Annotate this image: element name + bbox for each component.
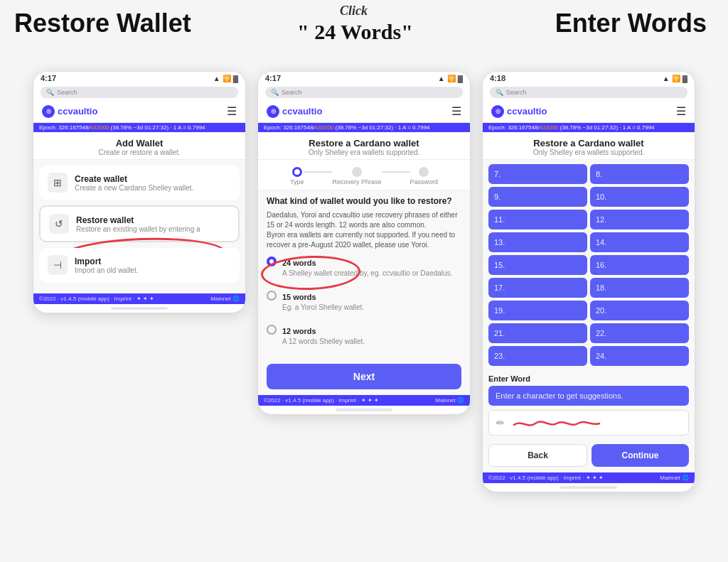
phone-1: 4:17 ▲ 🛜 ▓ 🔍 Search ◎ ccvaultio [33,71,246,313]
word-cell-14[interactable]: 14. [590,232,689,252]
mainnet-badge-3: Mainnet 🌐 [660,475,689,481]
app-header-3: ◎ ccvaultio ☰ [483,100,695,123]
page-title-1: Add Wallet [42,138,237,148]
word-cell-16[interactable]: 16. [590,255,689,275]
restore-wallet-title: Restore wallet [76,215,200,225]
label-24words: " 24 Words" [297,20,413,44]
word-cell-15[interactable]: 15. [488,255,587,275]
word-num-20: 20. [596,306,606,315]
word-cell-22[interactable]: 22. [590,323,689,343]
restore-description: Daedalus, Yoroi and ccvaultio use recove… [267,210,461,250]
logo-icon-3: ◎ [491,105,504,118]
next-button[interactable]: Next [267,364,461,389]
app-header-1: ◎ ccvaultio ☰ [33,100,245,123]
phone-2: 4:17 ▲ 🛜 ▓ 🔍 Search ◎ ccvaultio ☰ [257,71,471,415]
word-cell-17[interactable]: 17. [488,278,587,298]
search-icon-2: 🔍 [271,89,279,96]
logo-icon-1: ◎ [42,105,55,118]
continue-button[interactable]: Continue [592,444,689,467]
battery-icon-3: ▓ [682,75,687,82]
word-cell-23[interactable]: 23. [488,346,587,366]
step-label-password: Password [410,178,439,185]
radio-12words[interactable]: 12 words A 12 words Shelley wallet. [267,324,461,352]
search-bar-2[interactable]: 🔍 Search [258,85,470,100]
import-wallet-icon: ⊣ [48,255,68,275]
word-num-12: 12. [596,215,606,224]
import-wallet-option[interactable]: ⊣ Import Import an old wallet. [39,248,240,282]
radio-24words[interactable]: 24 words A Shelley wallet created by, eg… [267,256,461,284]
footer-1: ©2022 · v1.4.5 (mobile app) · Imprint · … [33,293,245,304]
search-placeholder-3: Search [506,89,527,96]
page-subtitle-1: Create or restore a wallet. [42,148,237,156]
word-cell-9[interactable]: 9. [488,187,587,207]
step-recovery: Recovery Phrase [332,167,381,185]
radio-15words-text: 15 words Eg. a Yoroi Shelley wallet. [282,290,364,318]
enter-word-label: Enter Word [488,374,689,383]
radio-24words-label: 24 words [282,259,316,267]
restore-wallet-option[interactable]: ↺ Restore wallet Restore an existing wal… [39,205,240,242]
word-cell-21[interactable]: 21. [488,323,587,343]
hamburger-menu-3[interactable]: ☰ [676,104,686,118]
word-cell-10[interactable]: 10. [590,187,689,207]
word-num-8: 8. [596,170,602,178]
wallet-options: ⊞ Create wallet Create a new Cardano She… [33,160,245,293]
search-bar-3[interactable]: 🔍 Search [483,85,695,100]
status-icons-1: ▲ 🛜 ▓ [213,75,238,82]
pencil-icon: ✏ [496,417,505,428]
word-suggestion-input[interactable]: Enter a character to get suggestions. [488,386,689,406]
word-num-22: 22. [596,329,606,337]
epoch-bar-3: Epoch: 326:167548/432000 (38.78% ~3d 01:… [483,123,695,132]
page-title-area-1: Add Wallet Create or restore a wallet. [33,132,245,160]
label-restore: Restore Wallet [14,9,191,38]
create-wallet-option[interactable]: ⊞ Create wallet Create a new Cardano She… [39,166,240,200]
import-wallet-title: Import [75,256,139,266]
word-num-23: 23. [494,352,505,360]
word-cell-20[interactable]: 20. [590,301,689,320]
page-title-area-3: Restore a Cardano wallet Only Shelley er… [483,132,695,160]
radio-12words-label: 12 words [282,327,316,335]
search-placeholder-1: Search [57,89,77,96]
radio-12words-desc: A 12 words Shelley wallet. [282,337,365,347]
word-num-11: 11. [494,215,505,224]
word-num-7: 7. [494,170,500,178]
search-bar-1[interactable]: 🔍 Search [33,85,245,100]
phones-container: 4:17 ▲ 🛜 ▓ 🔍 Search ◎ ccvaultio [33,71,695,492]
radio-15words-label: 15 words [282,293,316,301]
back-button[interactable]: Back [488,444,587,467]
word-cell-18[interactable]: 18. [590,278,689,298]
label-enter: Enter Words [555,9,707,38]
radio-12words-text: 12 words A 12 words Shelley wallet. [282,324,365,352]
restore-content: What kind of wallet would you like to re… [258,190,470,395]
word-cell-8[interactable]: 8. [590,164,689,184]
hamburger-menu-2[interactable]: ☰ [451,104,461,118]
wifi-icon-3: 🛜 [672,75,680,82]
word-cell-7[interactable]: 7. [488,164,587,184]
step-line-2 [382,171,410,173]
import-wallet-desc: Import an old wallet. [75,266,139,274]
footer-3: ©2022 · v1.4.5 (mobile app) · Imprint · … [483,472,695,483]
word-num-18: 18. [596,283,606,292]
word-cell-19[interactable]: 19. [488,301,587,320]
word-cell-12[interactable]: 12. [590,210,689,229]
step-circle-type [292,167,302,177]
footer-text-3: ©2022 · v1.4.5 (mobile app) · Imprint · … [488,475,604,481]
word-cell-13[interactable]: 13. [488,232,587,252]
word-num-9: 9. [494,193,500,201]
battery-icon-2: ▓ [458,75,463,82]
logo-2: ◎ ccvaultio [267,105,322,118]
word-cell-24[interactable]: 24. [590,346,689,366]
mainnet-badge-2: Mainnet 🌐 [435,397,464,404]
radio-15words[interactable]: 15 words Eg. a Yoroi Shelley wallet. [267,290,461,318]
word-type-area[interactable]: ✏ [488,410,689,436]
search-icon-3: 🔍 [496,89,503,96]
footer-text-2: ©2022 · v1.4.5 (mobile app) · Imprint · … [264,397,379,404]
mainnet-badge-1: Mainnet 🌐 [210,296,240,302]
word-cell-11[interactable]: 11. [488,210,587,229]
battery-icon-1: ▓ [233,75,238,82]
page-title-area-2: Restore a Cardano wallet Only Shelley er… [258,132,470,160]
step-label-type: Type [290,178,304,185]
hamburger-menu-1[interactable]: ☰ [227,104,237,118]
restore-wallet-icon: ↺ [49,214,69,234]
import-wallet-text: Import Import an old wallet. [75,256,139,274]
home-indicator-2 [336,409,392,411]
